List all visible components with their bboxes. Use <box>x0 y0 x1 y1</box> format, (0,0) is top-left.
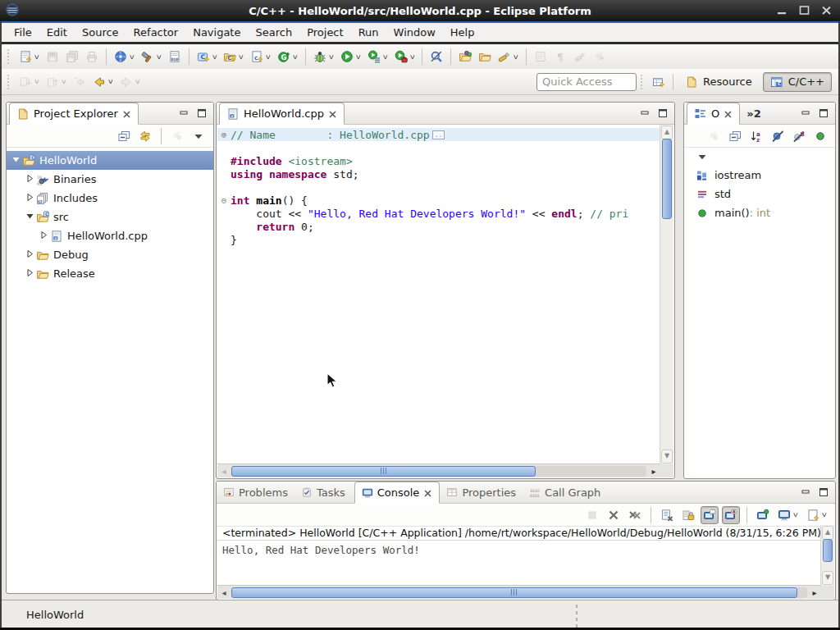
open-resource-button[interactable] <box>476 48 494 66</box>
dropdown-chevron-icon[interactable]: ∨ <box>107 78 114 85</box>
open-console-button[interactable]: ∨ <box>804 506 829 524</box>
scroll-left-arrow[interactable]: ◂ <box>217 467 231 476</box>
scroll-right-arrow[interactable]: ▸ <box>808 588 821 597</box>
scroll-down-arrow[interactable]: ▼ <box>822 571 833 585</box>
remove-launch-button[interactable] <box>605 506 623 524</box>
tab-call-graph[interactable]: 10100101Call Graph <box>523 482 607 503</box>
dropdown-chevron-icon[interactable]: ∨ <box>211 53 217 61</box>
expand-arrow-icon[interactable] <box>38 231 50 240</box>
outline-item-iostream[interactable]: iostream <box>684 166 835 185</box>
tab-console[interactable]: Console <box>354 482 441 504</box>
scrollbar-thumb[interactable] <box>662 139 672 219</box>
new-c-project-button[interactable]: C∨ <box>194 48 220 66</box>
close-icon[interactable] <box>724 109 733 118</box>
minimize-icon[interactable] <box>800 107 811 119</box>
menu-search[interactable]: Search <box>248 24 299 41</box>
clear-console-button[interactable] <box>658 506 676 524</box>
dropdown-chevron-icon[interactable]: ∨ <box>328 53 335 61</box>
dropdown-chevron-icon[interactable]: ∨ <box>265 53 272 61</box>
dropdown-chevron-icon[interactable]: ∨ <box>129 53 135 61</box>
scroll-lock-button[interactable] <box>679 506 697 524</box>
show-stderr-button[interactable] <box>722 506 740 524</box>
perspective-cc-button[interactable]: CC/C++ <box>763 72 832 92</box>
collapse-arrow-icon[interactable] <box>10 156 22 165</box>
tab-helloworld-cpp[interactable]: c HelloWorld.cpp <box>219 103 345 125</box>
dropdown-chevron-icon[interactable]: ∨ <box>513 53 519 61</box>
dropdown-chevron-icon[interactable]: ∨ <box>34 53 40 61</box>
maximize-icon[interactable] <box>818 107 829 119</box>
minimize-icon[interactable] <box>639 107 651 119</box>
scroll-left-arrow[interactable]: ◂ <box>217 588 231 597</box>
open-perspective-button[interactable] <box>650 73 668 91</box>
tree-item-helloworld-cpp[interactable]: cHelloWorld.cpp <box>7 226 213 245</box>
search-button[interactable] <box>427 48 445 66</box>
dropdown-chevron-icon[interactable]: ∨ <box>382 53 389 61</box>
dropdown-chevron-icon[interactable]: ∨ <box>134 78 140 85</box>
tab-tasks[interactable]: Tasks <box>294 482 352 503</box>
fold-plus-icon[interactable]: ⊕ <box>217 130 231 140</box>
collapse-all-button[interactable] <box>115 127 133 145</box>
scrollbar-thumb[interactable] <box>823 539 833 562</box>
view-menu-button[interactable] <box>189 127 208 145</box>
tree-item-debug[interactable]: Debug <box>7 245 213 264</box>
debug-target-button[interactable]: ∨ <box>112 48 137 66</box>
close-window-icon[interactable] <box>821 5 832 16</box>
scroll-down-arrow[interactable]: ▼ <box>661 450 673 463</box>
outline-item-std[interactable]: std <box>684 185 835 203</box>
open-type-button[interactable] <box>456 48 474 66</box>
build-button[interactable]: ∨ <box>139 48 164 66</box>
console-vertical-scrollbar[interactable]: ▲ ▼ <box>820 525 834 586</box>
display-console-button[interactable]: ∨ <box>775 506 801 524</box>
remove-all-launches-button[interactable] <box>626 506 644 524</box>
scrollbar-thumb[interactable] <box>231 466 536 477</box>
folded-region-indicator[interactable]: .. <box>432 130 445 139</box>
collapse-all-button[interactable] <box>726 127 744 145</box>
external-tools-button[interactable]: ∨ <box>392 48 418 66</box>
menu-window[interactable]: Window <box>386 24 443 41</box>
show-stdout-button[interactable] <box>701 506 719 524</box>
dropdown-chevron-icon[interactable]: ∨ <box>821 511 828 518</box>
dropdown-chevron-icon[interactable]: ∨ <box>34 78 40 85</box>
code-editor[interactable]: ⊕// Name : HelloWorld.cpp..#include <ios… <box>217 125 660 464</box>
hide-fields-button[interactable] <box>769 127 787 145</box>
close-icon[interactable] <box>423 488 432 497</box>
g-run-button[interactable]: G∨ <box>275 48 300 66</box>
expand-arrow-icon[interactable] <box>24 175 36 184</box>
run-button[interactable]: ∨ <box>338 48 363 66</box>
fold-minus-icon[interactable]: ⊖ <box>217 195 231 206</box>
expand-arrow-icon[interactable] <box>24 250 36 259</box>
editor-vertical-scrollbar[interactable]: ▲ ▼ <box>660 125 673 464</box>
sash-handle[interactable] <box>576 605 578 628</box>
menu-edit[interactable]: Edit <box>39 24 75 41</box>
tab-outline[interactable]: O <box>687 103 740 125</box>
highlighter-button[interactable]: ∨ <box>495 48 521 66</box>
hide-static-button[interactable]: S <box>790 127 808 145</box>
expand-arrow-icon[interactable] <box>24 269 36 278</box>
tree-item-src[interactable]: Csrc <box>7 208 213 226</box>
tree-item-helloworld[interactable]: CHelloWorld <box>7 151 213 170</box>
run-history-button[interactable]: ∨ <box>365 48 390 66</box>
pin-console-button[interactable] <box>754 506 772 524</box>
minimize-window-icon[interactable] <box>777 5 788 16</box>
tab-problems[interactable]: Problems <box>217 482 294 503</box>
console-output[interactable]: Hello, Red Hat Developers World! <box>217 541 820 586</box>
link-editor-button[interactable] <box>136 127 154 145</box>
perspective-resource-button[interactable]: Resource <box>678 72 760 92</box>
tab-project-explorer[interactable]: Project Explorer <box>9 103 139 125</box>
scroll-up-arrow[interactable]: ▲ <box>661 126 673 139</box>
menu-run[interactable]: Run <box>351 24 386 41</box>
close-icon[interactable] <box>122 109 131 118</box>
hide-non-public-button[interactable] <box>811 127 829 145</box>
sort-az-button[interactable]: az <box>747 127 765 145</box>
scroll-right-arrow[interactable]: ▸ <box>647 467 660 476</box>
maximize-icon[interactable] <box>657 107 669 119</box>
new-wizard-button[interactable]: ∨ <box>16 48 42 66</box>
dropdown-chevron-icon[interactable]: ∨ <box>409 53 415 61</box>
maximize-icon[interactable] <box>196 107 208 119</box>
back-button[interactable]: ∨ <box>90 73 116 91</box>
dropdown-chevron-icon[interactable]: ∨ <box>792 511 799 518</box>
tab-properties[interactable]: Properties <box>440 482 523 503</box>
menu-navigate[interactable]: Navigate <box>185 24 248 41</box>
maximize-window-icon[interactable] <box>799 5 810 16</box>
hidden-tabs-chevron[interactable]: »2 <box>740 103 767 124</box>
